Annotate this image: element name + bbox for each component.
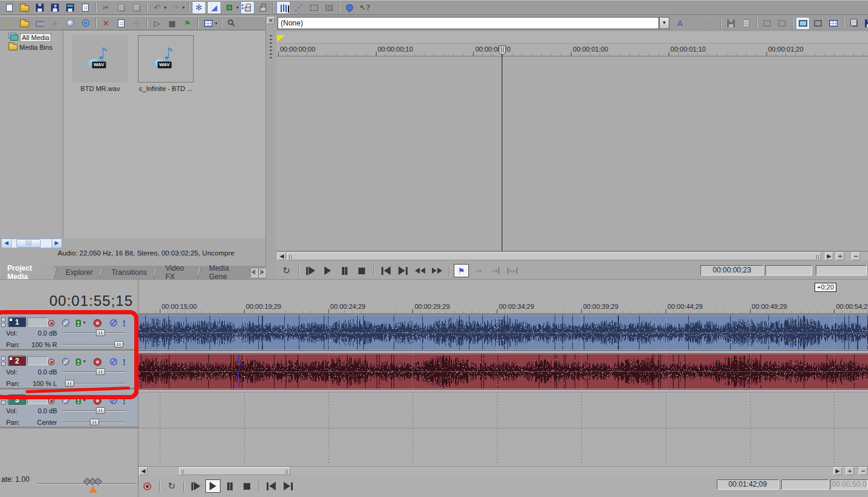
save-icon[interactable] <box>862 17 868 30</box>
undo-icon-dropdown[interactable]: ▾ <box>164 5 166 10</box>
play-button[interactable] <box>320 264 335 277</box>
zoom-out-icon[interactable]: − <box>852 252 860 260</box>
trimmer-cursor-timecode[interactable]: 00:00:00;23 <box>700 265 764 276</box>
cut-icon[interactable]: ✂ <box>99 1 113 14</box>
go-to-start-button[interactable] <box>264 479 279 493</box>
vol-value[interactable]: 0.0 dB <box>18 407 57 415</box>
undo-icon[interactable]: ↶ <box>150 1 164 14</box>
trimmer-selection-timecode[interactable] <box>765 265 812 276</box>
tab-media-gene[interactable]: Media Gene <box>202 266 250 279</box>
cursor-position-display[interactable]: 00:01:55;15 <box>0 289 138 312</box>
scroll-thumb[interactable]: |||| <box>16 239 41 248</box>
tab-scroll-left[interactable]: < <box>250 268 258 277</box>
zoom-scroll-thumb[interactable] <box>179 467 290 475</box>
scroll-right-icon[interactable]: ▶ <box>825 252 833 260</box>
track-grip[interactable] <box>1 401 5 405</box>
media-fx-icon[interactable]: ϟ <box>2 17 16 30</box>
vol-slider[interactable] <box>63 407 126 414</box>
get-media-web-icon[interactable] <box>78 17 92 30</box>
edit-tool-icon[interactable] <box>276 1 290 14</box>
tab-project-media[interactable]: Project Media <box>0 266 54 279</box>
media-thumbnail[interactable]: ♪WAV <box>72 35 128 83</box>
tree-scrollbar[interactable]: ◀ |||| ▶ <box>1 238 62 248</box>
new-icon[interactable] <box>2 1 16 14</box>
auto-preview-icon[interactable]: ⚑ <box>180 17 194 30</box>
trimmer-marker-bar[interactable] <box>276 32 868 44</box>
pan-slider[interactable] <box>63 418 126 426</box>
tab-transitions[interactable]: Transitions <box>104 266 154 279</box>
play-button[interactable] <box>205 479 220 493</box>
pause-button[interactable] <box>222 479 238 493</box>
rate-marker-icon[interactable] <box>89 486 97 493</box>
fast-forward-button[interactable] <box>429 264 445 277</box>
scroll-right-icon[interactable]: ▶ <box>52 239 61 248</box>
media-select-dropdown-icon[interactable]: ▼ <box>659 17 669 29</box>
views-icon[interactable] <box>201 17 215 30</box>
play-from-start-button[interactable] <box>188 479 203 493</box>
selection-tool-icon[interactable] <box>307 1 321 14</box>
go-to-end-button[interactable] <box>395 264 411 277</box>
stop-preview-icon[interactable]: ■ <box>165 17 179 30</box>
trimmer-playhead-marker[interactable] <box>499 46 506 55</box>
media-properties-icon[interactable] <box>114 17 128 30</box>
zoom-in-icon[interactable]: + <box>836 252 844 260</box>
get-media-cd-icon[interactable] <box>63 17 77 30</box>
media-file-list[interactable]: ♪WAVBTD MR.wav♪WAVc_Infinite - BTD ... <box>64 30 265 238</box>
record-button[interactable] <box>140 479 155 493</box>
loop-playback-button[interactable]: ↻ <box>279 264 294 277</box>
show-video-monitor-icon[interactable] <box>796 17 810 30</box>
track-waveform[interactable] <box>138 314 868 351</box>
enable-snapping-icon[interactable]: ✻ <box>192 1 206 14</box>
views-icon-dropdown[interactable]: ▾ <box>215 21 217 26</box>
import-media-icon[interactable] <box>18 17 32 30</box>
copy-icon[interactable] <box>847 17 861 30</box>
track-lane[interactable] <box>138 314 868 351</box>
stop-button[interactable] <box>239 479 255 493</box>
save-as-icon[interactable] <box>48 1 62 14</box>
timeline-cursor-timecode[interactable]: 00:01:42;09 <box>717 479 779 490</box>
go-to-start-button[interactable] <box>378 264 394 277</box>
sort-media-icon[interactable]: A <box>673 17 687 30</box>
save-icon[interactable] <box>33 1 47 14</box>
pan-value[interactable]: Center <box>18 419 57 427</box>
remove-media-icon[interactable]: ✕ <box>99 17 113 30</box>
ripple-type-icon-dropdown[interactable]: ▾ <box>236 5 239 10</box>
add-media-from-cursor-button[interactable]: ⚑ <box>454 264 469 277</box>
render-as-icon[interactable] <box>63 1 77 14</box>
whats-this-help-icon[interactable]: ↖? <box>358 1 372 14</box>
auto-ripple-icon[interactable]: ◢ <box>207 1 221 14</box>
media-bin-tree[interactable]: All MediaMedia Bins <box>0 30 63 238</box>
redo-icon-dropdown[interactable]: ▾ <box>182 5 185 10</box>
open-icon[interactable] <box>18 1 32 14</box>
capture-video-icon[interactable] <box>33 17 47 30</box>
start-preview-icon[interactable]: ▷ <box>150 17 164 30</box>
zoom-scroll-thumb[interactable] <box>287 252 821 260</box>
timeline-ruler[interactable]: 00:00:15;0000:00:19;2900:00:24;2900:00:2… <box>138 301 868 314</box>
timeline-scrollbar[interactable]: ◀ ▶ + − <box>138 466 868 475</box>
rewind-button[interactable] <box>412 264 428 277</box>
ripple-type-icon[interactable] <box>222 1 236 14</box>
properties-icon[interactable] <box>78 1 92 14</box>
envelope-tool-icon[interactable]: ⋰ <box>292 1 306 14</box>
pause-button[interactable] <box>337 264 352 277</box>
trimmer-media-select[interactable]: (None) <box>278 17 659 29</box>
stop-button[interactable] <box>354 264 369 277</box>
go-to-end-button[interactable] <box>281 479 296 493</box>
zoom-in-icon[interactable]: + <box>846 467 854 475</box>
media-item[interactable]: ♪WAVc_Infinite - BTD ... <box>137 35 195 92</box>
ignore-grouping-icon[interactable] <box>256 1 270 14</box>
track-lane[interactable] <box>138 353 868 390</box>
search-icon[interactable] <box>225 17 239 30</box>
tab-explorer[interactable]: Explorer <box>58 266 100 279</box>
track-lane[interactable] <box>138 392 868 428</box>
volume-envelope-node[interactable] <box>234 353 246 390</box>
lock-envelopes-icon[interactable] <box>241 1 255 14</box>
media-thumbnail[interactable]: ♪WAV <box>138 35 194 83</box>
scroll-left-icon[interactable]: ◀ <box>139 467 148 475</box>
media-start-marker-icon[interactable] <box>277 35 285 42</box>
close-icon[interactable]: ✕ <box>267 17 275 24</box>
scroll-left-icon[interactable]: ◀ <box>2 239 12 248</box>
display-mode-icon[interactable] <box>826 17 840 30</box>
scroll-left-icon[interactable]: ◀ <box>278 252 286 260</box>
trimmer-end-timecode[interactable] <box>816 265 867 276</box>
